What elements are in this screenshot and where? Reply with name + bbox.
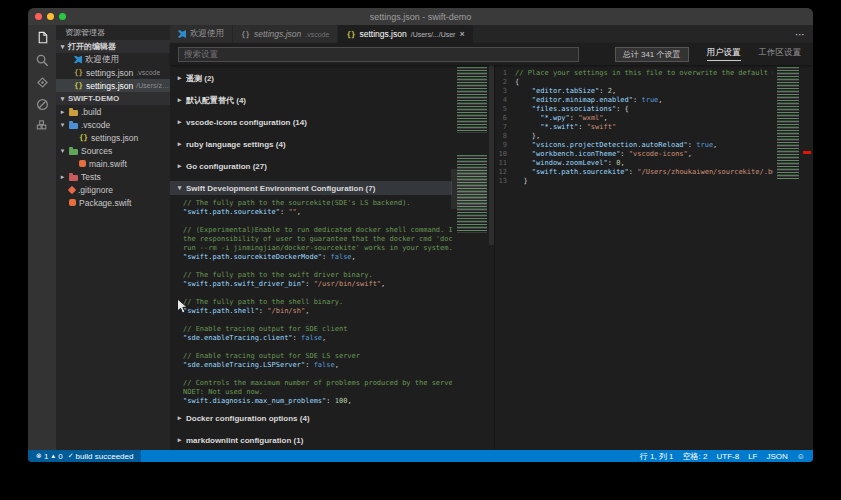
- swift-icon: [69, 199, 76, 206]
- code-line: [183, 217, 452, 226]
- problems-indicator[interactable]: ⊗ 1 ▲ 0: [36, 452, 63, 461]
- code-token: :: [608, 159, 616, 167]
- line-number: 13: [495, 177, 515, 186]
- code-token: :: [620, 150, 628, 158]
- close-window-button[interactable]: [35, 13, 42, 20]
- cursor-position[interactable]: 行 1, 列 1: [640, 451, 674, 462]
- user-settings-content[interactable]: 1// Place your settings in this file to …: [495, 69, 773, 186]
- error-count: 1: [44, 452, 48, 461]
- settings-count-badge: 总计 341 个设置: [615, 47, 689, 62]
- tree-item[interactable]: ▸.build: [56, 105, 170, 118]
- minimize-window-button[interactable]: [47, 13, 54, 20]
- settings-section-header[interactable]: ▸遥测 (2): [170, 71, 452, 85]
- swift-icon: [79, 160, 86, 167]
- open-editor-item[interactable]: {}settings.json/Users/zhoukaiwen/Lib...: [56, 79, 170, 92]
- error-icon: ⊗: [36, 452, 42, 460]
- code-line: "swift.path.swift_driver_bin": "/usr/bin…: [183, 280, 452, 289]
- code-line: // The fully path to the swift driver bi…: [183, 271, 452, 280]
- code-token: "swift.path.sourcekite": [183, 208, 280, 216]
- settings-section-header[interactable]: ▸vscode-icons configuration (14): [170, 115, 452, 129]
- tree-item[interactable]: ▸Tests: [56, 170, 170, 183]
- code-token: :: [326, 397, 334, 405]
- tree-item[interactable]: {}settings.json: [56, 131, 170, 144]
- zoom-window-button[interactable]: [59, 13, 66, 20]
- tree-item-label: .build: [81, 107, 101, 117]
- settings-section-header[interactable]: ▾Swift Development Environment Configura…: [170, 181, 452, 195]
- settings-section-header[interactable]: ▸Docker configuration options (4): [170, 411, 452, 425]
- code-token: false: [314, 361, 335, 369]
- code-token: ,: [347, 397, 351, 405]
- open-editors-label: 打开的编辑器: [68, 41, 116, 52]
- code-token: :: [629, 168, 637, 176]
- code-token: run --rm -i jinmingjian/docker-sourcekit…: [183, 244, 452, 252]
- more-actions-icon[interactable]: ⋯: [795, 25, 806, 43]
- code-line: [183, 289, 452, 298]
- code-line: [183, 262, 452, 271]
- encoding-indicator[interactable]: UTF-8: [716, 452, 739, 461]
- minimap-viewport[interactable]: [451, 169, 487, 209]
- code-token: // (Experimental)Enable to run dedicated…: [183, 226, 452, 234]
- project-root-header[interactable]: ▾ SWIFT-DEMO: [56, 92, 170, 105]
- tree-item[interactable]: main.swift: [56, 157, 170, 170]
- search-icon[interactable]: [31, 53, 53, 68]
- code-token: "swift": [587, 123, 617, 131]
- build-status[interactable]: ✓ build succeeded: [68, 452, 134, 461]
- code-token: {: [515, 78, 519, 86]
- open-editor-item[interactable]: 欢迎使用: [56, 53, 170, 66]
- editor-tab[interactable]: 欢迎使用: [170, 25, 233, 43]
- git-icon: [68, 185, 76, 193]
- twistie-icon: ▾: [59, 147, 66, 155]
- chevron-down-icon: ▾: [176, 184, 183, 192]
- code-token: // Place your settings in this file to o…: [515, 69, 773, 77]
- feedback-smiley-icon[interactable]: ☺: [797, 452, 805, 461]
- tree-item[interactable]: Package.swift: [56, 196, 170, 209]
- code-line: "swift.path.sourcekite": "",: [183, 208, 452, 217]
- indentation-indicator[interactable]: 空格: 2: [683, 451, 708, 462]
- settings-header: 总计 341 个设置 用户设置工作区设置: [170, 43, 813, 65]
- code-token: // The fully path to the shell binary.: [183, 298, 343, 306]
- tree-item[interactable]: .gitignore: [56, 183, 170, 196]
- language-mode[interactable]: JSON: [766, 452, 787, 461]
- code-token: "files.associations": [515, 105, 616, 113]
- code-token: ,: [381, 280, 385, 288]
- settings-section-header[interactable]: ▸markdownlint configuration (1): [170, 433, 452, 447]
- code-line: 6 "*.wpy": "wxml",: [495, 114, 773, 123]
- line-number: 3: [495, 87, 515, 96]
- close-icon[interactable]: ×: [459, 29, 464, 39]
- code-token: ,: [688, 150, 692, 158]
- editor-tab[interactable]: {}settings.json/Users/.../User×: [338, 25, 473, 43]
- settings-section-header[interactable]: ▸默认配置替代 (4): [170, 93, 452, 107]
- code-token: :: [322, 253, 330, 261]
- settings-section-header[interactable]: ▸ruby language settings (4): [170, 137, 452, 151]
- code-token: "workbench.iconTheme": [515, 150, 620, 158]
- open-editor-path: /Users/zhoukaiwen/Lib...: [136, 82, 170, 89]
- warning-icon: ▲: [50, 453, 56, 459]
- code-token: "editor.tabSize": [515, 87, 599, 95]
- editor-tab[interactable]: {}settings.json.vscode: [233, 25, 338, 43]
- status-bar: ⊗ 1 ▲ 0 ✓ build succeeded 行 1, 列 1 空格: 2…: [28, 450, 813, 462]
- twistie-icon: ▾: [59, 121, 66, 129]
- open-editors-header[interactable]: ▾ 打开的编辑器: [56, 40, 170, 53]
- code-token: :: [578, 123, 586, 131]
- tree-item[interactable]: ▾Sources: [56, 144, 170, 157]
- settings-scope-tab[interactable]: 用户设置: [707, 47, 741, 61]
- minimap[interactable]: [457, 67, 487, 255]
- scrollbar[interactable]: [489, 65, 494, 245]
- extensions-icon[interactable]: [31, 119, 53, 134]
- explorer-icon[interactable]: [31, 31, 53, 46]
- settings-scope-tab[interactable]: 工作区设置: [759, 47, 802, 61]
- activity-bar: [28, 25, 56, 450]
- minimap[interactable]: [777, 67, 799, 201]
- search-settings-input[interactable]: [178, 47, 579, 62]
- tree-item[interactable]: ▾.vscode: [56, 118, 170, 131]
- eol-indicator[interactable]: LF: [748, 452, 757, 461]
- open-editors-list: 欢迎使用{}settings.json.vscode{}settings.jso…: [56, 53, 170, 92]
- screen: settings.json - swift-demo: [0, 0, 841, 500]
- explorer-sidebar: 资源管理器 ▾ 打开的编辑器 欢迎使用{}settings.json.vscod…: [56, 25, 170, 450]
- debug-icon[interactable]: [31, 97, 53, 112]
- source-control-icon[interactable]: [31, 75, 53, 90]
- settings-section-header[interactable]: ▸Go configuration (27): [170, 159, 452, 173]
- code-token: // Enable tracing output for SDE client: [183, 325, 347, 333]
- open-editor-item[interactable]: {}settings.json.vscode: [56, 66, 170, 79]
- line-content: "editor.minimap.enabled": true,: [515, 96, 663, 105]
